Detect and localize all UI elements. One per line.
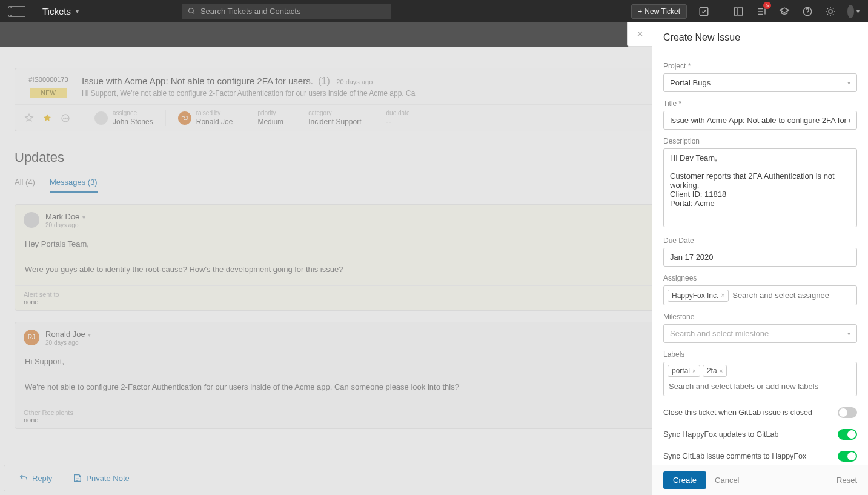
due-date-field[interactable]: due date-- xyxy=(374,110,422,126)
status-badge[interactable]: NEW xyxy=(30,88,68,98)
remove-tag-icon[interactable]: × xyxy=(692,368,696,374)
toggle-sync-comments[interactable] xyxy=(838,451,857,462)
chevron-down-icon: ▾ xyxy=(847,330,850,337)
search-icon xyxy=(188,7,196,15)
topbar: Tickets ▾ Search Tickets and Contacts + … xyxy=(0,0,868,22)
toggle-close-ticket-label: Close this ticket when GitLab issue is c… xyxy=(663,408,812,417)
create-button[interactable]: Create xyxy=(663,471,706,489)
app-logo-icon xyxy=(8,6,25,17)
updates-heading: Updates xyxy=(15,150,64,165)
note-icon xyxy=(73,473,82,483)
priority-field[interactable]: priorityMedium xyxy=(245,110,296,126)
title-label: Title * xyxy=(663,99,857,108)
pin-icon[interactable] xyxy=(24,113,35,124)
category-field[interactable]: categoryIncident Support xyxy=(296,110,373,126)
assignee-tag[interactable]: HappyFox Inc.× xyxy=(668,290,729,302)
labels-field[interactable]: portal× 2fa× xyxy=(663,362,857,396)
reply-label: Reply xyxy=(32,474,52,483)
project-label: Project * xyxy=(663,62,857,70)
tab-all[interactable]: All (4) xyxy=(15,173,35,193)
description-label: Description xyxy=(663,137,857,145)
meta-label: priority xyxy=(257,110,283,116)
label-tag[interactable]: portal× xyxy=(668,365,700,377)
avatar xyxy=(94,111,108,125)
raised-by-field[interactable]: RJ raised byRonald Joe xyxy=(165,110,245,126)
academy-icon[interactable] xyxy=(778,5,790,18)
meta-label: assignee xyxy=(113,110,153,116)
remove-tag-icon[interactable]: × xyxy=(720,368,723,374)
star-icon[interactable] xyxy=(42,113,53,124)
chevron-down-icon[interactable]: ▾ xyxy=(82,214,85,221)
project-select[interactable]: Portal Bugs ▾ xyxy=(663,73,857,92)
meta-value: Medium xyxy=(257,118,283,126)
separator xyxy=(721,5,721,18)
close-panel-button[interactable]: × xyxy=(627,22,652,47)
assignee-field[interactable]: assigneeJohn Stones xyxy=(82,110,165,126)
toggle-sync-comments-label: Sync GitLab issue comments to HappyFox xyxy=(663,452,806,460)
footer-value: none xyxy=(24,298,59,305)
toggle-sync-updates[interactable] xyxy=(838,429,857,440)
chevron-down-icon: ▾ xyxy=(856,8,860,15)
footer-value: none xyxy=(24,416,73,424)
toggle-close-ticket[interactable] xyxy=(838,407,857,418)
svg-point-8 xyxy=(64,118,64,118)
assignees-label: Assignees xyxy=(663,274,857,282)
meta-label: due date xyxy=(386,110,410,116)
help-icon[interactable] xyxy=(801,5,813,18)
private-note-button[interactable]: Private Note xyxy=(73,473,130,483)
reset-button[interactable]: Reset xyxy=(837,476,857,485)
theme-icon[interactable] xyxy=(824,5,837,18)
label-tag[interactable]: 2fa× xyxy=(703,365,727,377)
tag-label: HappyFox Inc. xyxy=(672,291,718,300)
create-issue-panel: × Create New Issue Project * Portal Bugs… xyxy=(652,22,868,495)
tab-messages[interactable]: Messages (3) xyxy=(50,173,98,193)
chevron-down-icon: ▾ xyxy=(76,8,79,15)
user-menu[interactable]: ▾ xyxy=(847,5,860,18)
global-search[interactable]: Search Tickets and Contacts xyxy=(182,4,391,19)
search-placeholder: Search Tickets and Contacts xyxy=(200,7,300,16)
label-search-input[interactable] xyxy=(668,379,853,393)
more-icon[interactable] xyxy=(60,113,71,124)
new-ticket-button[interactable]: + New Ticket xyxy=(631,4,687,19)
tasks-icon[interactable] xyxy=(698,5,710,18)
module-switcher[interactable]: Tickets ▾ xyxy=(42,6,79,16)
panels-icon[interactable] xyxy=(732,5,744,18)
svg-point-6 xyxy=(829,10,832,13)
footer-label: Other Recipients xyxy=(24,409,73,416)
due-date-input[interactable] xyxy=(663,248,857,267)
avatar: RJ xyxy=(24,330,39,345)
meta-value: -- xyxy=(386,118,410,126)
ticket-age: 20 days ago xyxy=(336,78,373,85)
milestone-select[interactable]: Search and select milestone ▾ xyxy=(663,324,857,343)
assignee-search-input[interactable] xyxy=(731,288,853,302)
queue-icon[interactable]: 5 xyxy=(755,5,767,18)
title-input[interactable] xyxy=(663,111,857,130)
chevron-down-icon: ▾ xyxy=(847,79,850,86)
svg-line-1 xyxy=(193,12,194,14)
svg-rect-2 xyxy=(700,7,708,16)
meta-value: Ronald Joe xyxy=(196,118,233,126)
chevron-down-icon[interactable]: ▾ xyxy=(88,331,91,338)
footer-label: Alert sent to xyxy=(24,291,59,298)
reply-button[interactable]: Reply xyxy=(19,473,52,483)
assignees-field[interactable]: HappyFox Inc.× xyxy=(663,285,857,305)
avatar xyxy=(847,5,854,18)
ticket-reply-count: (1) xyxy=(318,76,330,86)
remove-tag-icon[interactable]: × xyxy=(721,292,724,299)
notification-badge: 5 xyxy=(763,2,771,9)
meta-label: raised by xyxy=(196,110,233,116)
new-ticket-label: New Ticket xyxy=(644,7,680,16)
description-textarea[interactable] xyxy=(663,148,857,227)
svg-rect-3 xyxy=(734,8,737,15)
message-author: Mark Doe xyxy=(45,212,79,221)
ticket-title[interactable]: Issue with Acme App: Not able to configu… xyxy=(82,76,313,86)
panel-title: Create New Issue xyxy=(652,22,868,53)
due-date-label: Due Date xyxy=(663,236,857,245)
meta-value: John Stones xyxy=(113,118,153,126)
project-value: Portal Bugs xyxy=(670,78,711,87)
tag-label: 2fa xyxy=(707,367,717,375)
private-note-label: Private Note xyxy=(86,474,130,483)
reply-icon xyxy=(19,473,28,483)
tag-label: portal xyxy=(672,367,690,375)
cancel-button[interactable]: Cancel xyxy=(715,476,739,485)
